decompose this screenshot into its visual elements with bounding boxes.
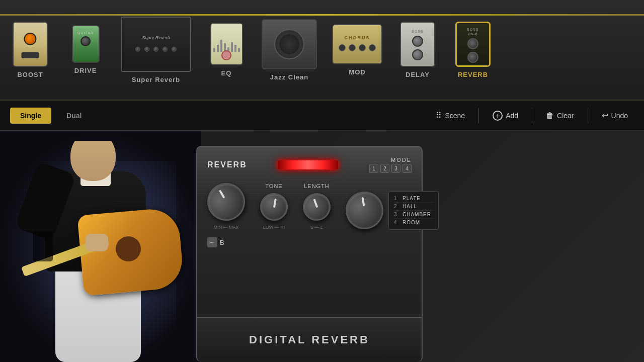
pedal-reverb[interactable]: BOSS RV-6 REVERB bbox=[453, 22, 493, 78]
undo-label: Undo bbox=[611, 112, 628, 120]
toolbar: Single Dual ⠿ Scene + Add 🗑 Clear ↩ Undo bbox=[0, 101, 644, 131]
pedal-mod-image: CHORUS bbox=[332, 24, 382, 64]
reverb-header: REVERB MODE 1 2 3 4 bbox=[207, 157, 412, 173]
pedal-super-reverb-image: Super Reverb bbox=[121, 17, 191, 72]
mode-option-hall[interactable]: 2 HALL bbox=[394, 203, 433, 211]
tone-knob-group: TONE LOW — HI bbox=[260, 183, 288, 230]
effects-chain: BOOST GUITAR DRIVE Super Reverb Super Re… bbox=[0, 0, 644, 101]
reverb-level-knob-group: MIN — MAX bbox=[207, 183, 245, 230]
tone-label: TONE bbox=[265, 183, 282, 189]
mode-num-3[interactable]: 3 bbox=[391, 164, 400, 173]
jazz-clean-label: Jazz Clean bbox=[270, 73, 308, 81]
toolbar-divider-1 bbox=[478, 108, 479, 123]
mode-section: MODE 1 2 3 4 bbox=[369, 157, 412, 173]
scene-icon: ⠿ bbox=[436, 111, 442, 120]
mode-options-panel: 1 PLATE 2 HALL 3 CHAMBER 4 ROOM bbox=[388, 191, 439, 230]
pedal-jazz-clean-image bbox=[262, 19, 317, 69]
reverb-bottom-controls: ← B bbox=[207, 237, 412, 247]
length-knob-group: LENGTH S — L bbox=[303, 183, 331, 230]
pedal-super-reverb[interactable]: Super Reverb Super Reverb bbox=[121, 17, 191, 83]
toolbar-divider-2 bbox=[532, 108, 532, 123]
bottom-area: REVERB MODE 1 2 3 4 MIN — MAX TONE bbox=[0, 131, 644, 362]
pedal-boost-image bbox=[13, 22, 48, 67]
pedal-mod[interactable]: CHORUS MOD bbox=[332, 24, 382, 76]
pedal-boost[interactable]: BOOST bbox=[10, 22, 50, 78]
mode-numbers: 1 2 3 4 bbox=[369, 164, 412, 173]
drive-label: DRIVE bbox=[74, 67, 97, 74]
tone-range: LOW — HI bbox=[263, 225, 285, 230]
length-knob[interactable] bbox=[299, 189, 334, 224]
add-label: Add bbox=[506, 112, 518, 120]
undo-icon: ↩ bbox=[602, 111, 608, 120]
pedal-jazz-clean[interactable]: Jazz Clean bbox=[262, 19, 317, 81]
digital-reverb-label: DIGITAL REVERB bbox=[196, 317, 423, 362]
back-arrow-icon: ← bbox=[207, 237, 217, 247]
add-icon: + bbox=[493, 111, 503, 121]
add-button[interactable]: + Add bbox=[487, 108, 524, 124]
mode-option-room[interactable]: 4 ROOM bbox=[394, 219, 433, 226]
boost-label: BOOST bbox=[17, 71, 43, 78]
pedal-eq[interactable]: EQ bbox=[206, 23, 247, 77]
mode-option-plate[interactable]: 1 PLATE bbox=[394, 195, 433, 203]
mod-label: MOD bbox=[349, 68, 365, 76]
reverb-level-range: MIN — MAX bbox=[213, 225, 238, 230]
pedal-drive[interactable]: GUITAR DRIVE bbox=[65, 25, 106, 74]
toolbar-divider-3 bbox=[588, 108, 588, 123]
reverb-level-knob[interactable] bbox=[200, 176, 252, 227]
scene-button[interactable]: ⠿ Scene bbox=[430, 108, 471, 123]
undo-button[interactable]: ↩ Undo bbox=[596, 108, 634, 123]
reverb-unit-title: REVERB bbox=[207, 160, 247, 169]
chorus-knobs bbox=[335, 40, 380, 55]
length-range: S — L bbox=[310, 225, 323, 230]
trash-icon: 🗑 bbox=[546, 111, 554, 120]
pedal-reverb-image: BOSS RV-6 bbox=[455, 22, 491, 67]
mode-option-chamber[interactable]: 3 CHAMBER bbox=[394, 211, 433, 219]
guitarist-image bbox=[0, 131, 201, 362]
super-reverb-label: Super Reverb bbox=[132, 76, 181, 83]
back-label: B bbox=[220, 239, 224, 246]
pedal-delay-image: BOSS bbox=[400, 22, 435, 67]
mode-num-2[interactable]: 2 bbox=[380, 164, 389, 173]
mode-num-1[interactable]: 1 bbox=[369, 164, 378, 173]
eq-label: EQ bbox=[221, 69, 232, 77]
tab-dual[interactable]: Dual bbox=[56, 108, 92, 124]
pedal-delay[interactable]: BOSS DELAY bbox=[397, 22, 438, 78]
tone-knob[interactable] bbox=[258, 191, 290, 223]
digital-reverb-text: DIGITAL REVERB bbox=[249, 333, 370, 346]
clear-label: Clear bbox=[557, 112, 574, 120]
reverb-label: REVERB bbox=[458, 71, 488, 78]
scene-label: Scene bbox=[445, 112, 465, 120]
delay-label: DELAY bbox=[406, 71, 430, 78]
clear-button[interactable]: 🗑 Clear bbox=[540, 108, 580, 123]
tab-single[interactable]: Single bbox=[10, 108, 51, 124]
length-label: LENGTH bbox=[304, 183, 330, 189]
knobs-section: MIN — MAX TONE LOW — HI LENGTH S — L 1 bbox=[207, 183, 412, 230]
mode-selector-knob[interactable] bbox=[343, 189, 386, 232]
mode-title: MODE bbox=[369, 157, 412, 163]
reverb-unit: REVERB MODE 1 2 3 4 MIN — MAX TONE bbox=[196, 146, 423, 322]
pedal-eq-image bbox=[210, 23, 243, 65]
reverb-activity-indicator bbox=[278, 160, 338, 169]
pedal-drive-image: GUITAR bbox=[72, 25, 100, 63]
mode-num-4[interactable]: 4 bbox=[403, 164, 412, 173]
back-button[interactable]: ← B bbox=[207, 237, 224, 247]
